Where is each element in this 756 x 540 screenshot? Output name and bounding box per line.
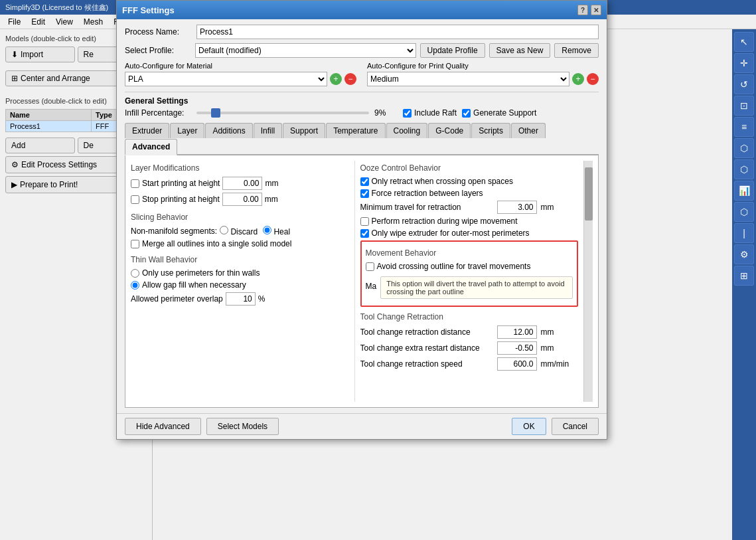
tool-change-restart-label: Tool change extra restart distance: [360, 343, 493, 353]
select-profile-row: Select Profile: Default (modified) Updat…: [125, 43, 599, 58]
tab-temperature[interactable]: Temperature: [326, 123, 385, 138]
merge-outlines-checkbox[interactable]: [131, 240, 139, 248]
min-travel-input[interactable]: [497, 201, 537, 214]
perform-retraction-checkbox[interactable]: [360, 217, 369, 226]
rotate-tool-button[interactable]: ↺: [734, 74, 754, 94]
scrollbar-thumb[interactable]: [585, 167, 593, 221]
dialog-bottom-left: Hide Advanced Select Models: [125, 418, 279, 435]
shield-tool-2-button[interactable]: ⬡: [734, 159, 754, 179]
import-button[interactable]: ⬇ Import: [5, 46, 75, 62]
tool-change-distance-unit: mm: [541, 327, 554, 337]
profile-select[interactable]: Default (modified): [195, 43, 416, 58]
select-tool-button[interactable]: ↖: [734, 32, 754, 52]
tab-additions[interactable]: Additions: [205, 123, 252, 138]
dialog-help-button[interactable]: ?: [577, 5, 588, 15]
infill-slider[interactable]: [196, 112, 369, 114]
process-name-input[interactable]: [196, 25, 599, 39]
tab-layer[interactable]: Layer: [170, 123, 204, 138]
scrollbar[interactable]: [583, 161, 593, 402]
dialog-title-bar: FFF Settings ? ✕: [117, 1, 607, 19]
tab-infill[interactable]: Infill: [254, 123, 282, 138]
start-height-input[interactable]: [222, 177, 262, 190]
chart-tool-button[interactable]: 📊: [734, 181, 754, 201]
perimeters-only-radio[interactable]: [131, 269, 139, 278]
only-wipe-row: Only wipe extruder for outer-most perime…: [360, 228, 579, 238]
menu-file[interactable]: File: [3, 16, 26, 28]
update-profile-button[interactable]: Update Profile: [420, 43, 485, 58]
tool-change-restart-row: Tool change extra restart distance mm: [360, 341, 579, 355]
remove-quality-button[interactable]: −: [587, 73, 599, 85]
tab-advanced[interactable]: Advanced: [125, 139, 177, 155]
hide-advanced-button[interactable]: Hide Advanced: [125, 418, 201, 435]
menu-view[interactable]: View: [50, 16, 78, 28]
grid-tool-button[interactable]: ⊞: [734, 266, 754, 286]
cancel-button[interactable]: Cancel: [552, 418, 599, 435]
stop-height-checkbox[interactable]: [131, 195, 139, 204]
start-height-checkbox[interactable]: [131, 179, 139, 188]
move-tool-button[interactable]: ✛: [734, 53, 754, 73]
edit-process-label: Edit Process Settings: [21, 160, 97, 169]
generate-support-checkbox[interactable]: [462, 109, 471, 118]
avoid-crossing-checkbox[interactable]: [366, 262, 374, 271]
remove-material-button[interactable]: −: [344, 73, 356, 85]
perform-retraction-row: Perform retraction during wipe movement: [360, 217, 579, 226]
include-raft-checkbox[interactable]: [403, 109, 412, 118]
perimeter-overlap-input[interactable]: [226, 292, 256, 306]
menu-edit[interactable]: Edit: [26, 16, 50, 28]
tab-other[interactable]: Other: [511, 123, 546, 138]
heal-radio[interactable]: [263, 226, 271, 234]
tab-extruder[interactable]: Extruder: [125, 123, 169, 138]
discard-label: Discard: [230, 227, 258, 236]
only-wipe-label: Only wipe extruder for outer-most perime…: [372, 228, 530, 238]
perimeters-only-row: Only use perimeters for thin walls: [131, 268, 349, 278]
tool-change-speed-input[interactable]: [497, 357, 537, 371]
tab-gcode[interactable]: G-Code: [428, 123, 471, 138]
layers-tool-button[interactable]: ≡: [734, 117, 754, 137]
app-title: Simplify3D (Licensed to 候佳鑫): [5, 3, 108, 13]
tab-support[interactable]: Support: [283, 123, 325, 138]
remove-button[interactable]: Remove: [554, 43, 599, 58]
dialog-title-controls: ? ✕: [577, 5, 601, 15]
force-retraction-row: Force retraction between layers: [360, 189, 579, 198]
stop-height-input[interactable]: [222, 193, 262, 206]
tab-scripts[interactable]: Scripts: [471, 123, 510, 138]
auto-quality-group: Auto-Configure for Print Quality Medium …: [367, 62, 599, 86]
quality-select[interactable]: Medium: [367, 72, 569, 86]
settings-tool-button[interactable]: ⚙: [734, 244, 754, 264]
add-quality-button[interactable]: +: [572, 73, 584, 85]
stop-height-input-group: mm: [222, 193, 278, 206]
discard-radio-label: Discard: [220, 226, 258, 236]
save-as-new-button[interactable]: Save as New: [489, 43, 551, 58]
only-wipe-checkbox[interactable]: [360, 229, 369, 238]
fff-settings-dialog: FFF Settings ? ✕ Process Name: Select Pr…: [116, 0, 607, 440]
menu-mesh[interactable]: Mesh: [78, 16, 108, 28]
tool-change-distance-input[interactable]: [497, 325, 537, 339]
line-tool-button[interactable]: |: [734, 223, 754, 243]
tool-change-restart-input[interactable]: [497, 341, 537, 355]
add-process-button[interactable]: Add: [5, 137, 75, 153]
dialog-close-button[interactable]: ✕: [591, 5, 601, 15]
start-height-unit: mm: [265, 179, 278, 188]
gap-fill-radio[interactable]: [131, 281, 139, 290]
only-retract-row: Only retract when crossing open spaces: [360, 177, 579, 186]
material-select[interactable]: PLA: [125, 72, 327, 86]
force-retraction-checkbox[interactable]: [360, 189, 369, 198]
include-raft-label: Include Raft: [403, 108, 457, 118]
tabs-container: Extruder Layer Additions Infill Support …: [125, 123, 599, 155]
shield-tool-1-button[interactable]: ⬡: [734, 138, 754, 158]
auto-material-group: Auto-Configure for Material PLA + −: [125, 62, 356, 86]
object-tool-button[interactable]: ⬡: [734, 202, 754, 222]
only-retract-label: Only retract when crossing open spaces: [372, 177, 513, 186]
tooltip-text: This option will divert the travel path …: [386, 280, 564, 296]
only-retract-checkbox[interactable]: [360, 177, 369, 186]
discard-radio[interactable]: [220, 226, 228, 234]
select-profile-label: Select Profile:: [125, 46, 191, 55]
add-material-button[interactable]: +: [330, 73, 342, 85]
tab-cooling[interactable]: Cooling: [386, 123, 428, 138]
non-manifold-row: Non-manifold segments: Discard Heal: [131, 226, 349, 236]
tab-left-panel: Layer Modifications Start printing at he…: [131, 161, 355, 402]
scale-tool-button[interactable]: ⊡: [734, 96, 754, 116]
merge-outlines-label: Merge all outlines into a single solid m…: [142, 239, 291, 248]
ok-button[interactable]: OK: [512, 418, 546, 435]
select-models-button[interactable]: Select Models: [206, 418, 279, 435]
